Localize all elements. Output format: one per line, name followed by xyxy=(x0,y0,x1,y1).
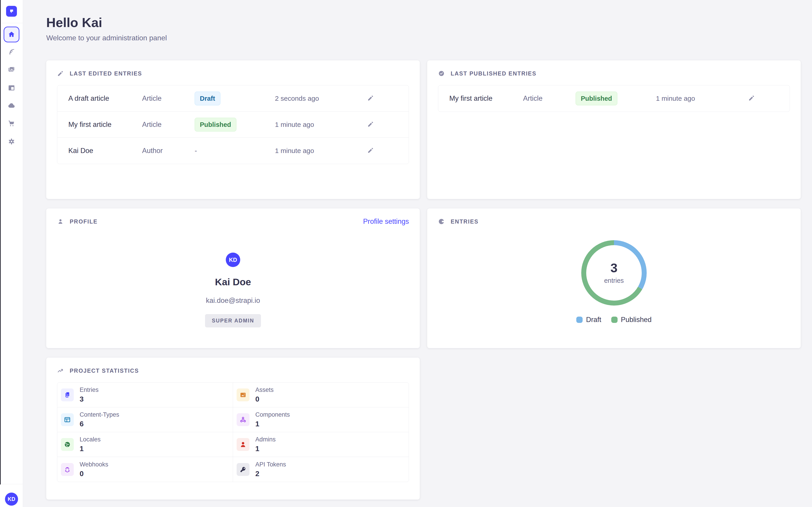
marketplace-cart-icon xyxy=(7,119,15,127)
content-types-layout-icon xyxy=(61,413,74,426)
entry-time: 2 seconds ago xyxy=(275,95,319,102)
status-badge: Published xyxy=(576,92,617,105)
stat-value: 0 xyxy=(80,469,108,478)
sidebar-item-deploy[interactable] xyxy=(0,98,23,113)
stat-entries: Entries 3 xyxy=(57,383,233,407)
entries-donut-chart: 3 entries xyxy=(580,239,648,307)
locales-globe-icon xyxy=(61,438,74,451)
stat-label: Entries xyxy=(80,386,99,393)
sidebar-user-avatar[interactable]: KD xyxy=(5,493,18,506)
strapi-logo-icon[interactable] xyxy=(6,6,17,17)
pencil-icon xyxy=(748,95,755,101)
project-statistics-card: PROJECT STATISTICS Entries 3 Assets 0 xyxy=(46,357,420,500)
card-title: PROJECT STATISTICS xyxy=(70,368,139,374)
status-badge: Published xyxy=(195,118,236,131)
entry-time: 1 minute ago xyxy=(275,121,314,128)
entry-type: Author xyxy=(142,147,163,155)
entries-count: 3 xyxy=(610,262,617,274)
profile-card: PROFILE Profile settings KD Kai Doe kai.… xyxy=(46,209,420,348)
status-badge: Draft xyxy=(195,92,220,105)
entries-chart-card: ENTRIES 3 entries Draft Published xyxy=(427,209,801,348)
card-title: LAST EDITED ENTRIES xyxy=(70,70,142,77)
stat-api-tokens: API Tokens 2 xyxy=(233,457,409,482)
stat-label: Webhooks xyxy=(80,461,108,468)
profile-email: kai.doe@strapi.io xyxy=(57,296,409,305)
stat-value: 0 xyxy=(255,395,273,403)
last-published-table: My first article Article Published 1 min… xyxy=(438,85,790,112)
sidebar-item-marketplace[interactable] xyxy=(0,116,23,131)
legend-item-published: Published xyxy=(611,316,652,324)
chart-legend: Draft Published xyxy=(576,316,651,324)
entry-name: A draft article xyxy=(68,95,109,103)
edit-entry-button[interactable] xyxy=(748,95,755,102)
window-edge xyxy=(0,0,1,485)
sidebar-item-media-library[interactable] xyxy=(0,61,23,77)
entries-count-label: entries xyxy=(604,277,624,284)
profile-name: Kai Doe xyxy=(57,277,409,287)
card-title: PROFILE xyxy=(70,218,98,225)
edit-entry-button[interactable] xyxy=(367,147,374,155)
stat-label: Components xyxy=(255,411,290,418)
published-swatch-icon xyxy=(611,317,618,323)
profile-settings-link[interactable]: Profile settings xyxy=(363,217,409,226)
card-title: LAST PUBLISHED ENTRIES xyxy=(451,70,537,77)
statistics-table: Entries 3 Assets 0 Content-T xyxy=(57,382,409,482)
pencil-icon xyxy=(367,95,374,101)
media-library-icon xyxy=(7,65,15,73)
entry-type: Article xyxy=(142,95,161,103)
api-tokens-key-icon xyxy=(237,463,249,476)
profile-avatar: KD xyxy=(226,252,240,267)
pencil-icon xyxy=(367,121,374,127)
stat-value: 6 xyxy=(80,420,119,428)
stat-content-types: Content-Types 6 xyxy=(57,407,233,432)
table-row: My first article Article Published 1 min… xyxy=(57,112,409,138)
stat-value: 3 xyxy=(80,395,99,403)
stat-assets: Assets 0 xyxy=(233,383,409,407)
pencil-icon xyxy=(367,147,374,154)
sidebar-item-settings[interactable] xyxy=(0,133,23,150)
stat-value: 2 xyxy=(255,469,286,478)
role-badge: SUPER ADMIN xyxy=(205,314,261,327)
draft-swatch-icon xyxy=(576,317,582,323)
stat-value: 1 xyxy=(80,445,101,453)
content-manager-feather-icon xyxy=(7,48,15,56)
stat-label: Locales xyxy=(80,436,101,443)
entry-time: 1 minute ago xyxy=(656,95,695,102)
last-published-entries-card: LAST PUBLISHED ENTRIES My first article … xyxy=(427,60,801,199)
admins-user-icon xyxy=(237,438,249,451)
stat-label: Assets xyxy=(255,386,273,393)
edit-entry-button[interactable] xyxy=(367,95,374,102)
sidebar-item-content-manager[interactable] xyxy=(0,44,23,60)
entry-type: Article xyxy=(142,121,161,129)
stat-locales: Locales 1 xyxy=(57,432,233,457)
stat-components: Components 1 xyxy=(233,407,409,432)
assets-picture-icon xyxy=(237,389,249,401)
stat-label: Admins xyxy=(255,436,275,443)
card-title: ENTRIES xyxy=(451,218,478,225)
sidebar-divider-bottom xyxy=(0,484,23,484)
entry-time: 1 minute ago xyxy=(275,147,314,155)
status-empty: - xyxy=(195,147,197,155)
sidebar-item-home[interactable] xyxy=(4,26,19,42)
page-title: Hello Kai xyxy=(46,15,102,30)
page-subtitle: Welcome to your administration panel xyxy=(46,34,167,42)
entry-name: My first article xyxy=(68,121,111,129)
sidebar: KD xyxy=(0,0,23,507)
legend-item-draft: Draft xyxy=(576,316,601,324)
entry-name: My first article xyxy=(449,95,492,103)
stat-label: Content-Types xyxy=(80,411,119,418)
pencil-icon xyxy=(57,70,64,77)
table-row: Kai Doe Author - 1 minute ago xyxy=(57,138,409,164)
stat-admins: Admins 1 xyxy=(233,432,409,457)
edit-entry-button[interactable] xyxy=(367,121,374,128)
stat-webhooks: Webhooks 0 xyxy=(57,457,233,482)
entry-name: Kai Doe xyxy=(68,147,93,155)
pie-chart-icon xyxy=(438,218,445,225)
content-type-builder-icon xyxy=(7,84,15,92)
webhooks-icon xyxy=(61,463,74,476)
check-circle-icon xyxy=(438,70,445,77)
sidebar-item-content-type-builder[interactable] xyxy=(0,80,23,96)
user-icon xyxy=(57,218,64,225)
entries-file-icon xyxy=(61,389,74,401)
last-edited-table: A draft article Article Draft 2 seconds … xyxy=(57,85,409,164)
